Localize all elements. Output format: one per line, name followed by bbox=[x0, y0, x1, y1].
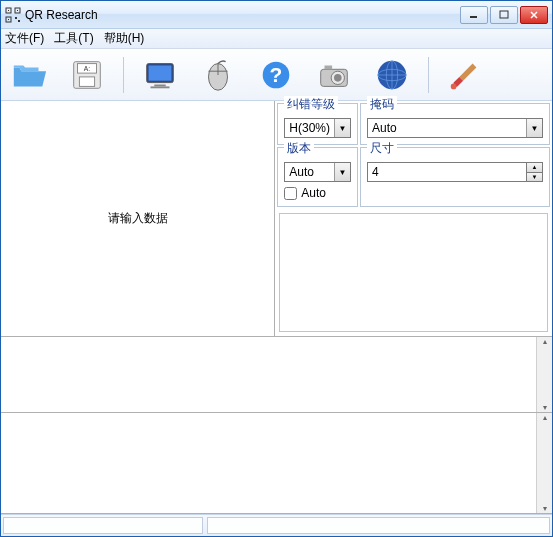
svg-rect-27 bbox=[325, 65, 333, 69]
svg-rect-18 bbox=[154, 84, 165, 86]
menu-help[interactable]: 帮助(H) bbox=[104, 30, 145, 47]
qr-canvas[interactable]: 请输入数据 bbox=[1, 101, 275, 336]
size-label: 尺寸 bbox=[367, 140, 397, 157]
chevron-down-icon: ▼ bbox=[334, 119, 350, 137]
output-text-pane: ▴▾ bbox=[1, 413, 552, 514]
save-floppy-button[interactable]: A: bbox=[65, 55, 109, 95]
help-button[interactable]: ? bbox=[254, 55, 298, 95]
error-correction-combo[interactable]: H(30%) ▼ bbox=[284, 118, 351, 138]
canvas-placeholder: 请输入数据 bbox=[108, 210, 168, 227]
globe-button[interactable] bbox=[370, 55, 414, 95]
status-cell-left bbox=[3, 517, 203, 534]
menu-tools[interactable]: 工具(T) bbox=[54, 30, 93, 47]
paint-brush-button[interactable] bbox=[443, 55, 487, 95]
svg-rect-7 bbox=[18, 20, 20, 22]
scrollbar[interactable]: ▴▾ bbox=[536, 337, 552, 412]
version-auto-label: Auto bbox=[301, 186, 326, 200]
qr-preview bbox=[279, 213, 548, 332]
svg-rect-14 bbox=[79, 76, 94, 86]
mask-group: 掩码 Auto ▼ bbox=[360, 103, 550, 145]
svg-rect-5 bbox=[8, 19, 9, 20]
screen-capture-button[interactable] bbox=[138, 55, 182, 95]
scrollbar[interactable]: ▴▾ bbox=[536, 413, 552, 513]
svg-rect-6 bbox=[15, 17, 17, 19]
chevron-down-icon: ▼ bbox=[334, 163, 350, 181]
version-label: 版本 bbox=[284, 140, 314, 157]
mask-combo[interactable]: Auto ▼ bbox=[367, 118, 543, 138]
svg-rect-19 bbox=[151, 86, 170, 88]
error-correction-group: 纠错等级 H(30%) ▼ bbox=[277, 103, 358, 145]
input-textarea[interactable] bbox=[1, 337, 552, 412]
mouse-capture-button[interactable] bbox=[196, 55, 240, 95]
size-spin-up[interactable]: ▲ bbox=[527, 162, 543, 173]
app-window: QR Research 文件(F) 工具(T) 帮助(H) A: ? bbox=[0, 0, 553, 537]
close-button[interactable] bbox=[520, 6, 548, 24]
window-controls bbox=[460, 6, 548, 24]
minimize-button[interactable] bbox=[460, 6, 488, 24]
version-group: 版本 Auto ▼ Auto bbox=[277, 147, 358, 207]
upper-row: 请输入数据 纠错等级 H(30%) ▼ 掩码 Auto bbox=[1, 101, 552, 337]
app-qr-icon bbox=[5, 7, 21, 23]
mask-label: 掩码 bbox=[367, 96, 397, 113]
toolbar-separator bbox=[123, 57, 124, 93]
size-group: 尺寸 ▲ ▼ bbox=[360, 147, 550, 207]
chevron-down-icon: ▼ bbox=[526, 119, 542, 137]
open-folder-button[interactable] bbox=[7, 55, 51, 95]
version-combo[interactable]: Auto ▼ bbox=[284, 162, 351, 182]
svg-text:A:: A: bbox=[84, 65, 90, 72]
output-textarea[interactable] bbox=[1, 413, 552, 513]
window-title: QR Research bbox=[25, 8, 460, 22]
svg-point-29 bbox=[334, 74, 342, 82]
settings-pane: 纠错等级 H(30%) ▼ 掩码 Auto ▼ bbox=[275, 101, 552, 336]
statusbar bbox=[1, 514, 552, 536]
size-spin-down[interactable]: ▼ bbox=[527, 173, 543, 183]
maximize-button[interactable] bbox=[490, 6, 518, 24]
titlebar: QR Research bbox=[1, 1, 552, 29]
camera-button[interactable] bbox=[312, 55, 356, 95]
version-auto-checkbox[interactable] bbox=[284, 187, 297, 200]
error-correction-label: 纠错等级 bbox=[284, 96, 338, 113]
toolbar: A: ? bbox=[1, 49, 552, 101]
toolbar-separator bbox=[428, 57, 429, 93]
menu-file[interactable]: 文件(F) bbox=[5, 30, 44, 47]
svg-rect-17 bbox=[149, 65, 172, 80]
menubar: 文件(F) 工具(T) 帮助(H) bbox=[1, 29, 552, 49]
size-input[interactable] bbox=[367, 162, 527, 182]
input-text-pane: ▴▾ bbox=[1, 337, 552, 413]
svg-rect-9 bbox=[500, 11, 508, 18]
status-cell-right bbox=[207, 517, 550, 534]
svg-text:?: ? bbox=[270, 62, 283, 85]
svg-rect-4 bbox=[17, 10, 18, 11]
client-area: 请输入数据 纠错等级 H(30%) ▼ 掩码 Auto bbox=[1, 101, 552, 536]
svg-rect-3 bbox=[8, 10, 9, 11]
svg-point-35 bbox=[451, 83, 457, 89]
